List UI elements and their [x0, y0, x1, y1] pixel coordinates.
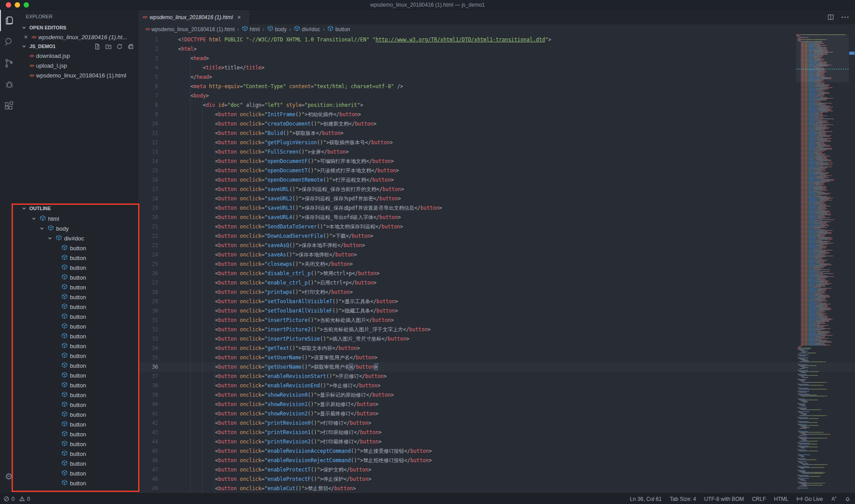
outline-item-button[interactable]: button — [18, 321, 138, 331]
minimize-window-button[interactable] — [15, 2, 20, 8]
open-editors-header[interactable]: OPEN EDITORS — [18, 23, 138, 32]
code-line[interactable]: 11<button onclick="Bulid()">获取版本</button… — [138, 129, 855, 138]
tab-size-indicator[interactable]: Tab Size: 4 — [670, 496, 696, 502]
file-item[interactable]: <>wpsdemo_linux_20180416 (1).html — [18, 70, 138, 80]
code-line[interactable]: 20<button onclick="saveURL4()">保存到远程_导出o… — [138, 213, 855, 222]
outline-item-button[interactable]: button — [18, 341, 138, 351]
outline-item-button[interactable]: button — [18, 459, 138, 468]
run-debug-icon[interactable] — [0, 74, 18, 95]
outline-item-button[interactable]: button — [18, 419, 138, 429]
collapse-all-icon[interactable] — [127, 43, 134, 50]
file-item[interactable]: <>upload_l.jsp — [18, 61, 138, 70]
errors-indicator[interactable]: 0 — [4, 496, 15, 502]
minimap[interactable] — [796, 34, 849, 493]
outline-item-button[interactable]: button — [18, 478, 138, 488]
file-item[interactable]: <>download.jsp — [18, 51, 138, 61]
code-line[interactable]: 6<meta http-equiv="Content-Type" content… — [138, 82, 855, 91]
notifications-button[interactable] — [845, 496, 851, 502]
code-line[interactable]: 1<!DOCTYPE html PUBLIC "-//W3C//DTD XHTM… — [138, 35, 855, 45]
code-line[interactable]: 21<button onclick="SendDataToServer()">本… — [138, 222, 855, 232]
encoding-indicator[interactable]: UTF-8 with BOM — [704, 496, 744, 502]
outline-item-button[interactable]: button — [18, 292, 138, 302]
code-line[interactable]: 12<button onclick="getPluginVersion()">获… — [138, 138, 855, 147]
code-line[interactable]: 2<html> — [138, 45, 855, 54]
code-line[interactable]: 47<button onclick="enableProtectT()">保护文… — [138, 465, 855, 475]
new-file-icon[interactable] — [94, 43, 101, 50]
code-line[interactable]: 43<button onclick="printRevision1()">打印原… — [138, 428, 855, 437]
code-line[interactable]: 48<button onclick="enableProtectF()">停止保… — [138, 475, 855, 484]
code-line[interactable]: 25<button onclick="closewps()">关闭文档</but… — [138, 260, 855, 269]
code-line[interactable]: 26<button onclick="disable_ctrl_p()">禁用c… — [138, 269, 855, 278]
outline-item-button[interactable]: button — [18, 253, 138, 263]
split-editor-icon[interactable] — [827, 14, 834, 20]
breadcrumb-item[interactable]: body — [267, 25, 287, 33]
code-line[interactable]: 36<button onclick="getUserName()">获取审批用户… — [138, 362, 855, 372]
warnings-indicator[interactable]: 0 — [19, 496, 30, 502]
code-line[interactable]: 7<body> — [138, 91, 855, 101]
overview-ruler[interactable] — [849, 34, 855, 493]
code-line[interactable]: 19<button onclick="saveURL3()">保存到远程_保存成… — [138, 203, 855, 213]
code-line[interactable]: 32<button onclick="insertPicture2()">当前光… — [138, 325, 855, 334]
tab-active[interactable]: <> wpsdemo_linux_20180416 (1).html × — [138, 10, 250, 24]
code-line[interactable]: 39<button onclick="showRevision0()">显示标记… — [138, 390, 855, 400]
search-icon[interactable] — [0, 31, 18, 53]
outline-item-div-doc[interactable]: div#doc — [18, 233, 138, 243]
code-line[interactable]: 27<button onclick="enable_ctrl_p()">启用ct… — [138, 278, 855, 288]
tab-close-icon[interactable]: × — [236, 14, 243, 21]
outline-item-body[interactable]: body — [18, 224, 138, 233]
outline-item-button[interactable]: button — [18, 410, 138, 419]
code-line[interactable]: 42<button onclick="printRevision0()">打印修… — [138, 419, 855, 428]
code-line[interactable]: 5</head> — [138, 73, 855, 82]
code-line[interactable]: 15<button onclick="openDocumentT()">只读模式… — [138, 166, 855, 175]
open-editor-item[interactable]: × <> wpsdemo_linux_20180416 (1).ht... — [18, 32, 138, 42]
explorer-icon[interactable] — [0, 10, 18, 31]
code-editor[interactable]: 1<!DOCTYPE html PUBLIC "-//W3C//DTD XHTM… — [138, 34, 855, 493]
eol-indicator[interactable]: CRLF — [752, 496, 766, 502]
code-line[interactable]: 22<button onclick="DownLoadServerFile()"… — [138, 232, 855, 241]
outline-header[interactable]: OUTLINE — [18, 203, 138, 214]
breadcrumb-item[interactable]: html — [242, 25, 260, 33]
extensions-icon[interactable] — [0, 95, 18, 117]
outline-item-button[interactable]: button — [18, 243, 138, 253]
code-line[interactable]: 14<button onclick="openDocumentF()">可编辑打… — [138, 157, 855, 166]
code-line[interactable]: 30<button onclick="setToolbarAllVisibleF… — [138, 306, 855, 316]
folder-header[interactable]: JS_DEMO1 — [18, 42, 138, 51]
refresh-icon[interactable] — [116, 43, 123, 50]
breadcrumb-item[interactable]: div#doc — [294, 25, 320, 33]
code-line[interactable]: 31<button onclick="insertPicture()">当前光标… — [138, 316, 855, 325]
code-line[interactable]: 10<button onclick="createDocument()">创建新… — [138, 119, 855, 129]
code-line[interactable]: 41<button onclick="showRevision2()">显示最终… — [138, 409, 855, 419]
code-line[interactable]: 3<head> — [138, 54, 855, 63]
outline-item-button[interactable]: button — [18, 468, 138, 478]
line-col-indicator[interactable]: Ln 36, Col 61 — [630, 496, 662, 502]
language-indicator[interactable]: HTML — [774, 496, 789, 502]
code-line[interactable]: 4<title>title</title> — [138, 63, 855, 73]
outline-item-button[interactable]: button — [18, 272, 138, 282]
code-line[interactable]: 38<button onclick="enableRevisionEnd()">… — [138, 381, 855, 390]
code-line[interactable]: 46<button onclick="enableRevisionRejectC… — [138, 456, 855, 465]
maximize-window-button[interactable] — [24, 2, 29, 8]
code-line[interactable]: 29<button onclick="setToolbarAllVisibleT… — [138, 297, 855, 306]
go-live-button[interactable]: Go Live — [797, 496, 823, 502]
outline-item-button[interactable]: button — [18, 370, 138, 380]
code-line[interactable]: 40<button onclick="showRevision1()">显示原始… — [138, 400, 855, 409]
code-line[interactable]: 24<button onclick="saveAs()">保存本地弹框</but… — [138, 250, 855, 260]
outline-item-button[interactable]: button — [18, 390, 138, 400]
code-line[interactable]: 45<button onclick="enableRevisionAcceptC… — [138, 447, 855, 456]
code-line[interactable]: 49<button onclick="enableCut()">禁止剪切</bu… — [138, 484, 855, 493]
outline-item-button[interactable]: button — [18, 361, 138, 370]
code-line[interactable]: 28<button onclick="printwps()">打印文档</but… — [138, 288, 855, 297]
outline-item-button[interactable]: button — [18, 380, 138, 390]
source-control-icon[interactable] — [0, 53, 18, 74]
code-line[interactable]: 37<button onclick="enableRevisionStart()… — [138, 372, 855, 381]
code-line[interactable]: 17<button onclick="saveURL()">保存到远程_保存当前… — [138, 185, 855, 194]
breadcrumb-item[interactable]: button — [327, 25, 350, 33]
outline-item-button[interactable]: button — [18, 302, 138, 312]
code-line[interactable]: 16<button onclick="openDocumentRemote()"… — [138, 175, 855, 185]
outline-item-button[interactable]: button — [18, 429, 138, 439]
settings-gear-icon[interactable]: ⚙ — [0, 466, 18, 487]
feedback-button[interactable] — [831, 496, 837, 502]
code-line[interactable]: 18<button onclick="saveURL2()">保存到远程_保存为… — [138, 194, 855, 203]
code-line[interactable]: 34<button onclick="getText()">获取文本内容</bu… — [138, 344, 855, 353]
outline-item-button[interactable]: button — [18, 312, 138, 321]
